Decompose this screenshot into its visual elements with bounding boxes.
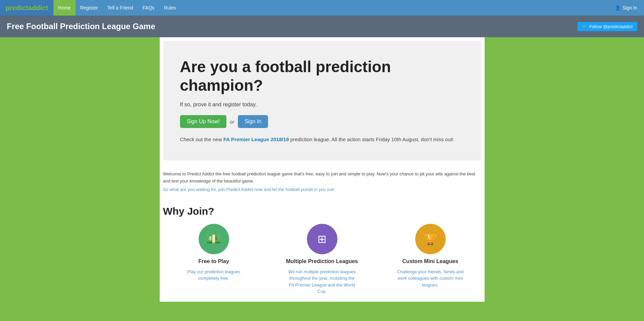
money-icon: 💵 bbox=[206, 232, 221, 246]
twitter-label: Follow @predictaddict bbox=[589, 24, 632, 29]
nav-item-tell-a-friend[interactable]: Tell a Friend bbox=[103, 0, 138, 16]
hero-buttons: Sign Up Now! or Sign In bbox=[180, 115, 464, 128]
free-to-play-title: Free to Play bbox=[198, 258, 229, 264]
hero-subtitle: If so, prove it and register today. bbox=[180, 102, 464, 108]
leagues-icon: ⊞ bbox=[317, 233, 327, 245]
or-text: or bbox=[230, 119, 234, 125]
twitter-follow-button[interactable]: 🐦 Follow @predictaddict bbox=[577, 22, 637, 31]
brand-name: predictaddict bbox=[5, 4, 48, 12]
hero-heading: Are you a football prediction champion? bbox=[180, 58, 464, 95]
nav-item-register[interactable]: Register bbox=[75, 0, 103, 16]
welcome-cta: So what are you waiting for, join Predic… bbox=[163, 187, 481, 192]
feature-custom-mini-leagues: 🏆 Custom Mini Leagues Challenge your fri… bbox=[380, 224, 481, 295]
navbar-signin-link[interactable]: 👤 Sign In bbox=[615, 5, 637, 10]
nav-item-rules[interactable]: Rules bbox=[159, 0, 181, 16]
feature-multiple-leagues: ⊞ Multiple Prediction Leagues We run mul… bbox=[271, 224, 373, 295]
brand-logo[interactable]: predictaddict bbox=[0, 0, 53, 16]
trophy-icon: 🏆 bbox=[424, 233, 437, 245]
signup-button[interactable]: Sign Up Now! bbox=[180, 115, 227, 128]
multiple-leagues-title: Multiple Prediction Leagues bbox=[286, 258, 358, 264]
nav-link-rules[interactable]: Rules bbox=[159, 0, 181, 16]
brand-accent: addict bbox=[28, 4, 48, 12]
feature-free-to-play: 💵 Free to Play Play our prediction leagu… bbox=[163, 224, 265, 295]
outer-layout: Are you a football prediction champion? … bbox=[0, 37, 644, 302]
why-join-title: Why Join? bbox=[163, 206, 481, 217]
user-icon: 👤 bbox=[615, 5, 621, 10]
custom-leagues-desc: Challenge your friends, family and work … bbox=[397, 269, 464, 288]
welcome-text: Welcome to Predict Addict the free footb… bbox=[163, 171, 481, 185]
cta-text-after: prediction league. All the action starts… bbox=[289, 136, 453, 142]
page-header-title: Free Football Prediction League Game bbox=[7, 22, 155, 31]
welcome-section: Welcome to Predict Addict the free footb… bbox=[160, 164, 485, 202]
hero-section: Are you a football prediction champion? … bbox=[163, 41, 481, 160]
nav-item-faqs[interactable]: FAQs bbox=[138, 0, 159, 16]
twitter-icon: 🐦 bbox=[582, 24, 587, 29]
nav-link-faqs[interactable]: FAQs bbox=[138, 0, 159, 16]
brand-normal: predict bbox=[5, 4, 28, 12]
nav-links: Home Register Tell a Friend FAQs Rules bbox=[53, 0, 181, 16]
page-header: Free Football Prediction League Game 🐦 F… bbox=[0, 16, 644, 37]
custom-leagues-icon-circle: 🏆 bbox=[415, 224, 446, 254]
free-to-play-desc: Play our prediction leagues completely f… bbox=[180, 269, 248, 282]
free-to-play-icon-circle: 💵 bbox=[199, 224, 229, 254]
signin-button[interactable]: Sign In bbox=[238, 115, 268, 128]
custom-leagues-title: Custom Mini Leagues bbox=[402, 258, 458, 264]
multiple-leagues-icon-circle: ⊞ bbox=[307, 224, 337, 254]
features-grid: 💵 Free to Play Play our prediction leagu… bbox=[163, 224, 481, 295]
multiple-leagues-desc: We run multiple prediction leagues throu… bbox=[288, 269, 356, 295]
content-column: Are you a football prediction champion? … bbox=[160, 37, 485, 302]
nav-link-register[interactable]: Register bbox=[75, 0, 103, 16]
nav-link-home[interactable]: Home bbox=[53, 0, 75, 16]
why-join-section: Why Join? 💵 Free to Play Play our predic… bbox=[160, 202, 485, 302]
cta-text-before: Check out the new bbox=[180, 136, 223, 142]
navbar: predictaddict Home Register Tell a Frien… bbox=[0, 0, 644, 16]
hero-cta-text: Check out the new FA Premier League 2018… bbox=[180, 135, 464, 144]
fa-premier-league-link[interactable]: FA Premier League 2018/19 bbox=[223, 136, 289, 142]
nav-right: 👤 Sign In bbox=[615, 5, 644, 10]
navbar-signin-label: Sign In bbox=[622, 5, 637, 10]
nav-item-home[interactable]: Home bbox=[53, 0, 75, 16]
nav-link-tell-a-friend[interactable]: Tell a Friend bbox=[103, 0, 138, 16]
